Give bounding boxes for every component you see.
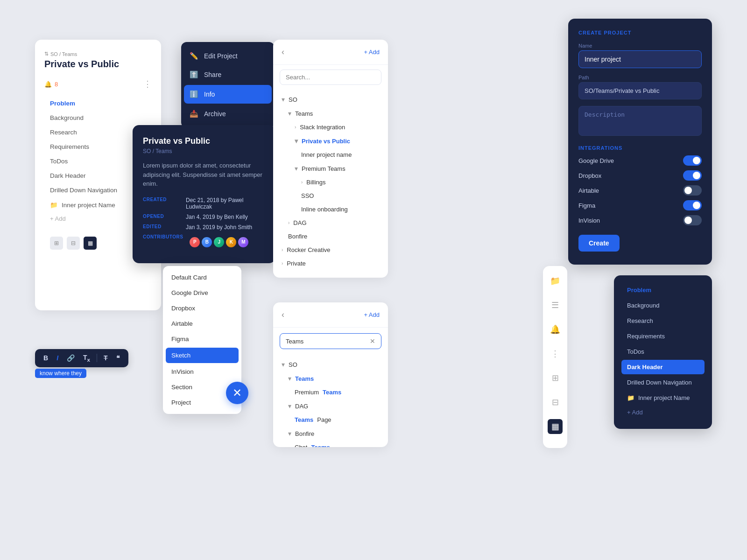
folder-icon: 📁 <box>50 201 58 209</box>
figma-toggle[interactable] <box>683 200 702 210</box>
mini-bell-icon[interactable]: 🔔 <box>548 322 563 337</box>
search-tree-dag[interactable]: ▾ DAG <box>273 399 388 413</box>
context-menu-item-share[interactable]: ⬆️ Share <box>181 65 275 84</box>
avatar-4: K <box>225 236 237 248</box>
search-tree-chat-teams[interactable]: Chat Teams <box>273 441 388 447</box>
opened-label: OPENED <box>143 214 180 219</box>
drilled-item-research[interactable]: Research <box>621 314 705 328</box>
bold-button[interactable]: B <box>42 353 50 363</box>
fab-close-button[interactable]: ✕ <box>226 382 248 404</box>
tree-header: ‹ + Add <box>273 40 388 65</box>
tree-item-private[interactable]: › Private <box>273 257 388 270</box>
bell-icon: 🔔 <box>44 81 52 88</box>
drilled-item-dark-header[interactable]: Dark Header <box>621 360 705 374</box>
tree-search-input[interactable] <box>280 70 381 85</box>
mini-more-icon[interactable]: ⋮ <box>548 346 563 361</box>
drilled-add-button[interactable]: + Add <box>621 405 705 420</box>
context-menu: ✏️ Edit Project ⬆️ Share ℹ️ Info 📥 Archi… <box>181 42 275 128</box>
link-button[interactable]: 🔗 <box>65 353 77 363</box>
strikethrough-button[interactable]: T <box>102 353 110 363</box>
search-clear-icon[interactable]: ✕ <box>370 337 375 345</box>
folder-icon: 📁 <box>627 394 634 401</box>
sidebar-item-problem[interactable]: Problem <box>44 97 152 110</box>
tree-back-button[interactable]: ‹ <box>282 47 284 57</box>
google-drive-toggle[interactable] <box>683 155 702 166</box>
dropdown-item-figma[interactable]: Figma <box>163 331 241 347</box>
tree-item-bonfire[interactable]: Bonfire <box>273 230 388 243</box>
search-tree-bonfire[interactable]: ▾ Bonfire <box>273 427 388 441</box>
highlighted-text: know where they <box>35 369 86 378</box>
dropdown-item-google-drive[interactable]: Google Drive <box>163 285 241 301</box>
dropdown-item-invision[interactable]: InVision <box>163 364 241 379</box>
dropbox-toggle[interactable] <box>683 170 702 181</box>
tree-item-dag[interactable]: › DAG <box>273 216 388 230</box>
tree-item-teams[interactable]: ▾ Teams <box>273 106 388 120</box>
drilled-sidebar-panel: Problem Background Research Requirements… <box>614 275 712 429</box>
tree-item-rocker-creative[interactable]: › Rocker Creative <box>273 243 388 257</box>
tree-item-premium-teams[interactable]: ▾ Premium Teams <box>273 161 388 175</box>
dropdown-item-dropbox[interactable]: Dropbox <box>163 301 241 316</box>
description-textarea[interactable] <box>578 106 702 136</box>
tree-item-sso[interactable]: SSO <box>273 189 388 203</box>
mini-card-icon[interactable]: ▦ <box>548 419 563 434</box>
tree-item-slack[interactable]: › Slack Integration <box>273 120 388 134</box>
search-tree-teams[interactable]: ▾ Teams <box>273 371 388 385</box>
create-project-title: CREATE PROJECT <box>578 30 702 35</box>
path-label: Path <box>578 75 702 80</box>
sidebar-item-background[interactable]: Background <box>44 111 152 125</box>
mini-folder-icon[interactable]: 📁 <box>548 273 563 288</box>
opened-value: Jan 4, 2019 by Ben Kelly <box>186 214 248 220</box>
chevron-down-icon: ▾ <box>295 165 298 172</box>
text-format-button[interactable]: Tx <box>81 353 92 364</box>
mini-menu-icon[interactable]: ☰ <box>548 298 563 313</box>
tree-bottom-back-button[interactable]: ‹ <box>282 310 284 320</box>
mini-list-icon[interactable]: ⊟ <box>548 395 563 410</box>
quote-button[interactable]: ❝ <box>114 353 122 363</box>
bell-notification[interactable]: 🔔 8 <box>44 81 58 88</box>
name-input[interactable] <box>578 50 702 68</box>
chevron-down-icon: ▾ <box>288 402 291 410</box>
airtable-toggle[interactable] <box>683 185 702 196</box>
drilled-item-drilled-down[interactable]: Drilled Down Navigation <box>621 375 705 390</box>
archive-icon: 📥 <box>190 110 198 118</box>
tree-item-billings[interactable]: › Billings <box>273 175 388 189</box>
dropdown-item-sketch[interactable]: Sketch <box>166 348 239 363</box>
context-menu-item-info[interactable]: ℹ️ Info <box>184 85 272 104</box>
mini-grid-icon[interactable]: ⊞ <box>548 371 563 385</box>
chevron-down-icon: ▾ <box>282 361 285 368</box>
dropdown-item-airtable[interactable]: Airtable <box>163 316 241 331</box>
info-card: Private vs Public SO / Teams Lorem ipsum… <box>133 125 275 263</box>
grid-view-icon[interactable]: ⊞ <box>50 237 63 250</box>
integration-airtable: Airtable <box>578 185 702 196</box>
avatar-5: M <box>237 236 249 248</box>
search-tree-premium-teams[interactable]: Premium Teams <box>273 385 388 399</box>
tree-navigation-panel: ‹ + Add ▾ SO ▾ Teams › Slack Integration… <box>273 40 388 278</box>
tree-item-inner-project[interactable]: Inner project name <box>273 148 388 161</box>
context-menu-item-archive[interactable]: 📥 Archive <box>181 105 275 123</box>
tree-item-private-vs-public[interactable]: ▾ Private vs Public <box>273 134 388 148</box>
drilled-folder-inner-project[interactable]: 📁 Inner project Name <box>621 391 705 405</box>
search-tree-teams-page[interactable]: Teams Page <box>273 413 388 427</box>
tree-item-so[interactable]: ▾ SO <box>273 92 388 106</box>
tree-add-button[interactable]: + Add <box>364 49 380 56</box>
chevron-down-icon: ▾ <box>288 375 291 382</box>
drilled-item-todos[interactable]: ToDos <box>621 344 705 359</box>
drilled-item-background[interactable]: Background <box>621 298 705 313</box>
dropdown-item-default-card[interactable]: Default Card <box>163 270 241 285</box>
created-value: Dec 21, 2018 by Pawel Ludwiczak <box>186 197 265 210</box>
invision-toggle[interactable] <box>683 215 702 225</box>
drilled-item-requirements[interactable]: Requirements <box>621 329 705 343</box>
tree-item-inline-onboarding[interactable]: Inline onboarding <box>273 203 388 216</box>
create-button[interactable]: Create <box>578 235 620 252</box>
card-view-icon[interactable]: ▦ <box>84 237 97 250</box>
tree-bottom-add-button[interactable]: + Add <box>364 311 380 318</box>
italic-button[interactable]: I <box>55 353 60 363</box>
context-menu-item-edit[interactable]: ✏️ Edit Project <box>181 47 275 65</box>
search-tree-so[interactable]: ▾ SO <box>273 357 388 371</box>
list-view-icon[interactable]: ⊟ <box>67 237 80 250</box>
more-options-icon[interactable]: ⋮ <box>143 79 152 89</box>
avatar-3: J <box>213 236 225 248</box>
path-select[interactable]: SO/Teams/Private vs Public <box>578 82 702 99</box>
search-text: Teams <box>286 338 366 345</box>
edit-icon: ✏️ <box>190 52 198 60</box>
